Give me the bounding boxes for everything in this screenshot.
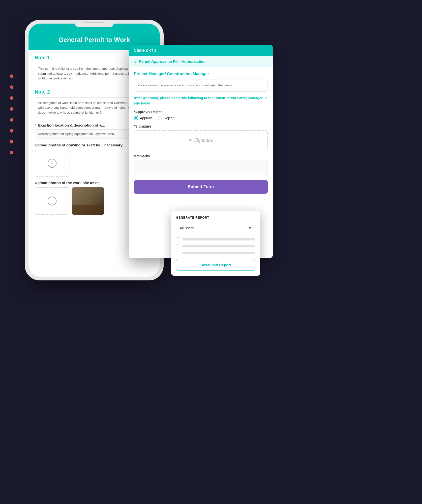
section-title-bar[interactable]: ∨ Permit Approval to Fill : Authorizatio… bbox=[129, 56, 273, 67]
reject-radio[interactable] bbox=[158, 116, 162, 120]
dot bbox=[10, 118, 13, 122]
pm-title: Project Manager/ Construction Manager bbox=[134, 72, 268, 76]
stage-header: Stage 2 of 3 bbox=[129, 45, 273, 56]
form-body: Project Manager/ Construction Manager Pl… bbox=[129, 67, 273, 199]
report-panel-title: GENERATE REPORT bbox=[176, 216, 255, 219]
signature-box[interactable]: ✒ Signature bbox=[134, 130, 268, 150]
phone-notch bbox=[74, 20, 114, 27]
signature-label: *Signature bbox=[134, 124, 268, 128]
section-title: Permit Approval to Fill : Authorization bbox=[139, 59, 206, 64]
remarks-input[interactable] bbox=[134, 160, 268, 175]
dot bbox=[10, 96, 13, 100]
submit-button[interactable]: Submit Form bbox=[134, 180, 268, 194]
checkbox-line-1 bbox=[182, 238, 255, 240]
approve-radio[interactable] bbox=[134, 116, 138, 120]
radio-options: Approve Reject bbox=[134, 116, 268, 120]
page-title: General Permit to Work bbox=[36, 36, 152, 44]
signature-placeholder: Signature bbox=[194, 137, 213, 143]
checkbox-1[interactable] bbox=[176, 237, 180, 241]
approve-label: Approve bbox=[140, 116, 153, 120]
approve-reject-label: *Approve/ Reject bbox=[134, 110, 268, 114]
dot bbox=[10, 129, 13, 133]
radio-inner bbox=[135, 117, 137, 119]
list-item bbox=[176, 251, 255, 255]
instruction-box: Please review the previous sections and … bbox=[134, 79, 268, 92]
checkbox-line-3 bbox=[182, 252, 255, 254]
user-dropdown[interactable]: All Users ▼ bbox=[176, 223, 255, 233]
dot bbox=[10, 151, 13, 154]
dropdown-arrow-icon: ▼ bbox=[248, 226, 252, 230]
upload-thumbnail bbox=[72, 187, 104, 215]
upload1-area[interactable]: + bbox=[35, 150, 69, 177]
list-item bbox=[176, 244, 255, 248]
dot bbox=[10, 107, 13, 111]
checkbox-3[interactable] bbox=[176, 251, 180, 255]
download-report-button[interactable]: Download Report bbox=[176, 259, 255, 271]
remarks-label: *Remarks bbox=[134, 154, 268, 158]
report-panel: GENERATE REPORT All Users ▼ Download Rep… bbox=[171, 211, 260, 276]
signature-section: *Signature ✒ Signature bbox=[134, 124, 268, 150]
chevron-icon: ∨ bbox=[134, 59, 137, 64]
upload-plus-icon: + bbox=[48, 159, 57, 168]
dot bbox=[10, 85, 13, 89]
pen-icon: ✒ bbox=[188, 137, 192, 143]
notch-bar bbox=[84, 22, 104, 23]
reject-option[interactable]: Reject bbox=[158, 116, 174, 120]
checkbox-list bbox=[176, 237, 255, 255]
approve-reject-group: *Approve/ Reject Approve Reject bbox=[134, 110, 268, 120]
checkbox-line-2 bbox=[182, 245, 255, 247]
approval-notice: After Approval, please send this followi… bbox=[134, 96, 268, 106]
upload2-area[interactable]: + bbox=[35, 187, 69, 215]
upload-plus-icon-2: + bbox=[48, 197, 57, 205]
checkbox-2[interactable] bbox=[176, 244, 180, 248]
dot bbox=[10, 74, 13, 78]
list-item bbox=[176, 237, 255, 241]
approve-option[interactable]: Approve bbox=[134, 116, 153, 120]
stage-title: Stage 2 of 3 bbox=[134, 48, 268, 53]
dot bbox=[10, 140, 13, 143]
reject-label: Reject bbox=[164, 116, 174, 120]
dropdown-value: All Users bbox=[180, 226, 194, 230]
remarks-section: *Remarks bbox=[134, 154, 268, 175]
required-star: * bbox=[35, 123, 36, 127]
